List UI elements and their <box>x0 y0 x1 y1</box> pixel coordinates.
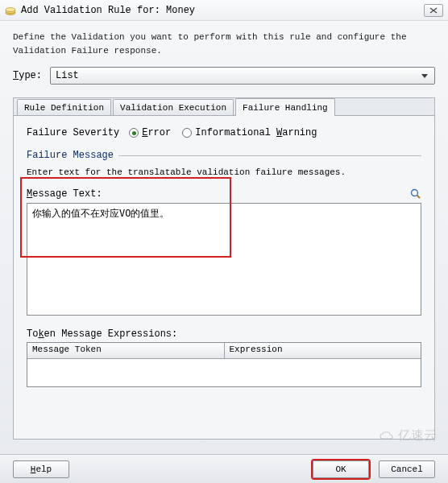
type-select[interactable]: List <box>50 67 435 85</box>
severity-label: Failure Severity <box>27 127 119 138</box>
svg-line-4 <box>417 196 421 199</box>
title-bar: Add Validation Rule for: Money <box>0 0 448 21</box>
svg-point-3 <box>412 190 418 196</box>
message-text-group: Message Text: <box>27 188 421 319</box>
dialog-content: Define the Validation you want to perfor… <box>0 21 448 454</box>
type-label: Type: <box>13 70 50 81</box>
radio-dot-icon <box>182 128 192 138</box>
tabs-container: Rule Definition Validation Execution Fai… <box>13 97 435 440</box>
message-text-label: Message Text: <box>27 188 102 200</box>
window-title: Add Validation Rule for: Money <box>21 5 424 16</box>
token-col-message[interactable]: Message Token <box>27 343 225 359</box>
message-text-input[interactable] <box>27 203 421 316</box>
token-expressions-label: Token Message Expressions: <box>27 328 421 340</box>
help-button[interactable]: Help <box>13 460 69 478</box>
radio-warning[interactable]: Informational Warning <box>182 127 317 138</box>
app-icon <box>5 6 16 15</box>
tab-panel-failure-handling: Failure Severity Error Informational War… <box>14 115 434 439</box>
cancel-button[interactable]: Cancel <box>379 460 435 478</box>
radio-error[interactable]: Error <box>129 127 171 138</box>
close-button[interactable] <box>424 4 443 17</box>
radio-dot-icon <box>129 128 139 138</box>
tab-failure-handling[interactable]: Failure Handling <box>235 98 335 116</box>
tab-rule-definition[interactable]: Rule Definition <box>17 99 111 116</box>
description-text: Define the Validation you want to perfor… <box>13 31 435 57</box>
failure-message-desc: Enter text for the translatable validati… <box>27 167 421 177</box>
dialog-window: Add Validation Rule for: Money Define th… <box>0 0 448 483</box>
button-bar: Help OK Cancel <box>0 454 448 483</box>
failure-message-title: Failure Message <box>27 150 421 161</box>
type-value: List <box>56 70 79 81</box>
severity-row: Failure Severity Error Informational War… <box>27 127 421 138</box>
type-row: Type: List <box>13 67 435 85</box>
token-col-expression[interactable]: Expression <box>225 343 421 359</box>
token-table: Message Token Expression <box>27 342 421 387</box>
ok-button[interactable]: OK <box>313 460 369 478</box>
tab-validation-execution[interactable]: Validation Execution <box>113 99 234 116</box>
svg-point-2 <box>6 7 15 11</box>
tabs-header: Rule Definition Validation Execution Fai… <box>14 98 434 116</box>
search-icon[interactable] <box>410 188 421 200</box>
radio-warning-label: Informational Warning <box>195 127 317 138</box>
radio-error-label: Error <box>142 127 171 138</box>
